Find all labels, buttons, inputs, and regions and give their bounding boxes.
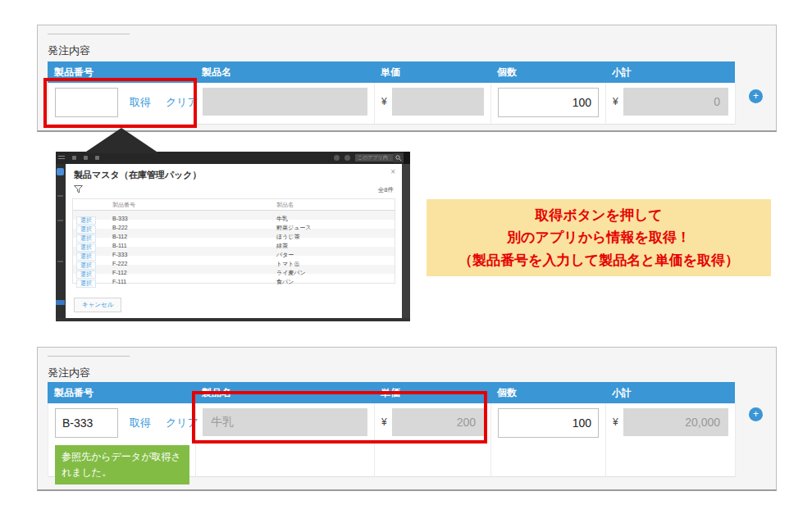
product-name: 牛乳 bbox=[276, 214, 395, 223]
product-code: F-112 bbox=[112, 268, 276, 277]
col-header-product-no: 製品番号 bbox=[48, 61, 195, 83]
gear-icon[interactable] bbox=[334, 155, 340, 161]
add-row-button[interactable]: + bbox=[749, 89, 763, 103]
sidebar-blue-button[interactable] bbox=[56, 300, 65, 305]
search-icon[interactable] bbox=[393, 153, 404, 162]
product-name: 食パン bbox=[276, 277, 395, 286]
product-no-input[interactable] bbox=[55, 408, 118, 438]
dialog-title: 製品マスタ（在庫管理パック） bbox=[74, 169, 202, 181]
product-name: 緑茶 bbox=[276, 241, 395, 250]
product-code: B-222 bbox=[112, 223, 276, 232]
lookup-button[interactable]: 取得 bbox=[130, 95, 151, 110]
product-no-cell: 取得 クリア 参照先からデータが取得されました。 bbox=[48, 403, 196, 477]
divider-rule bbox=[48, 356, 130, 357]
lookup-col-code: 製品番号 bbox=[112, 199, 276, 211]
yen-symbol: ¥ bbox=[381, 96, 387, 107]
col-header-product-name: 製品名 bbox=[195, 61, 374, 83]
cancel-button[interactable]: キャンセル bbox=[74, 298, 121, 312]
subtotal-cell: ¥ 0 bbox=[606, 83, 736, 125]
product-no-input[interactable] bbox=[55, 88, 118, 117]
product-name-field: 牛乳 bbox=[203, 408, 367, 436]
col-header-quantity: 個数 bbox=[490, 61, 605, 83]
callout-line: 別のアプリから情報を取得！ bbox=[507, 226, 691, 249]
quantity-cell bbox=[491, 403, 606, 477]
col-header-subtotal: 小計 bbox=[605, 61, 735, 83]
lookup-dialog: 製品マスタ（在庫管理パック） × 全8件 製品番号 製品名 選択 B-333 牛 bbox=[66, 164, 402, 318]
quantity-input[interactable] bbox=[498, 408, 599, 438]
hamburger-menu-icon[interactable] bbox=[58, 156, 65, 161]
unit-price-cell: ¥ 200 bbox=[375, 403, 491, 477]
help-icon[interactable] bbox=[344, 155, 350, 161]
subtable-row: 取得 クリア ¥ ¥ bbox=[48, 83, 735, 125]
unit-price-field bbox=[392, 88, 484, 116]
section-title: 発注内容 bbox=[48, 43, 90, 58]
product-code: F-333 bbox=[112, 250, 276, 259]
product-code: F-111 bbox=[112, 277, 276, 286]
app-search-input[interactable]: このアプリ内 bbox=[355, 154, 393, 161]
unit-price-field: 200 bbox=[392, 408, 484, 436]
subtotal-cell: ¥ 20,000 bbox=[606, 403, 736, 477]
product-name: バター bbox=[276, 250, 395, 259]
yen-symbol: ¥ bbox=[613, 96, 618, 107]
yen-symbol: ¥ bbox=[613, 416, 618, 428]
record-count: 全8件 bbox=[378, 186, 394, 194]
subtable-header: 製品番号 製品名 単価 個数 小計 bbox=[48, 61, 735, 83]
sidebar-mark bbox=[57, 261, 63, 262]
annotation-callout: 取得ボタンを押して 別のアプリから情報を取得！ （製品番号を入力して製品名と単価… bbox=[427, 199, 771, 276]
yen-symbol: ¥ bbox=[381, 416, 387, 428]
product-name: ほうじ茶 bbox=[276, 232, 395, 241]
callout-line: （製品番号を入力して製品名と単価を取得） bbox=[458, 249, 739, 272]
select-button[interactable]: 選択 bbox=[76, 280, 96, 288]
filter-funnel-icon[interactable] bbox=[74, 182, 83, 197]
clear-button[interactable]: クリア bbox=[166, 95, 198, 110]
order-form-card-before: 発注内容 製品番号 製品名 単価 個数 小計 取得 クリア bbox=[37, 25, 777, 132]
subtotal-field: 0 bbox=[623, 88, 728, 116]
lookup-col-blank bbox=[73, 199, 112, 211]
subtotal-field: 20,000 bbox=[623, 408, 728, 436]
quantity-input[interactable] bbox=[498, 88, 599, 117]
unit-price-cell: ¥ bbox=[375, 83, 491, 125]
app-left-sidebar bbox=[56, 164, 66, 318]
product-name: ライ麦パン bbox=[276, 268, 395, 277]
lookup-col-name: 製品名 bbox=[276, 199, 395, 211]
popup-right-strip bbox=[402, 164, 410, 318]
app-top-bar: このアプリ内 bbox=[56, 152, 410, 164]
divider-rule bbox=[48, 34, 130, 34]
subtable-row: 取得 クリア 参照先からデータが取得されました。 牛乳 ¥ 200 bbox=[48, 403, 735, 477]
product-name-field bbox=[203, 88, 367, 116]
col-header-unit-price: 単価 bbox=[374, 61, 490, 83]
lookup-table: 製品番号 製品名 選択 B-333 牛乳 選択 B-222 野菜ジュース 選 bbox=[72, 198, 395, 284]
product-code: F-222 bbox=[112, 259, 276, 268]
product-code: B-333 bbox=[112, 214, 276, 223]
subtable-header: 製品番号 製品名 単価 個数 小計 bbox=[48, 382, 735, 403]
app-icon[interactable] bbox=[57, 168, 64, 175]
sidebar-mark bbox=[57, 220, 63, 221]
quantity-cell bbox=[491, 83, 606, 125]
col-header-quantity: 個数 bbox=[490, 382, 605, 403]
col-header-product-name: 製品名 bbox=[195, 382, 374, 403]
product-name: トマト缶 bbox=[276, 259, 395, 268]
product-code: B-111 bbox=[112, 241, 276, 250]
add-row-button[interactable]: + bbox=[749, 407, 763, 421]
product-name: 野菜ジュース bbox=[276, 223, 395, 232]
lookup-success-message: 参照先からデータが取得されました。 bbox=[55, 445, 189, 484]
order-subtable: 製品番号 製品名 単価 個数 小計 取得 クリア bbox=[48, 61, 735, 125]
product-code: B-112 bbox=[112, 232, 276, 241]
col-header-subtotal: 小計 bbox=[605, 382, 735, 403]
sidebar-mark bbox=[57, 195, 63, 197]
order-subtable: 製品番号 製品名 単価 個数 小計 取得 クリア 参照先からデータが取得されまし… bbox=[48, 382, 735, 477]
star-icon[interactable] bbox=[95, 156, 99, 160]
product-name-cell bbox=[196, 83, 375, 125]
callout-arrow-up-icon bbox=[84, 128, 159, 153]
close-icon[interactable]: × bbox=[390, 167, 395, 176]
notification-icon[interactable] bbox=[84, 156, 88, 160]
home-icon[interactable] bbox=[72, 156, 76, 160]
order-form-card-after: 発注内容 製品番号 製品名 単価 個数 小計 取得 クリア 参照先 bbox=[37, 347, 777, 491]
section-title: 発注内容 bbox=[48, 366, 90, 380]
lookup-button[interactable]: 取得 bbox=[130, 416, 151, 430]
col-header-product-no: 製品番号 bbox=[48, 382, 195, 403]
product-master-popup: このアプリ内 製品マスタ（在庫管理パック） × 全8件 bbox=[56, 152, 410, 321]
callout-line: 取得ボタンを押して bbox=[535, 204, 662, 227]
popup-bottom-strip bbox=[56, 318, 410, 321]
clear-button[interactable]: クリア bbox=[166, 416, 198, 430]
